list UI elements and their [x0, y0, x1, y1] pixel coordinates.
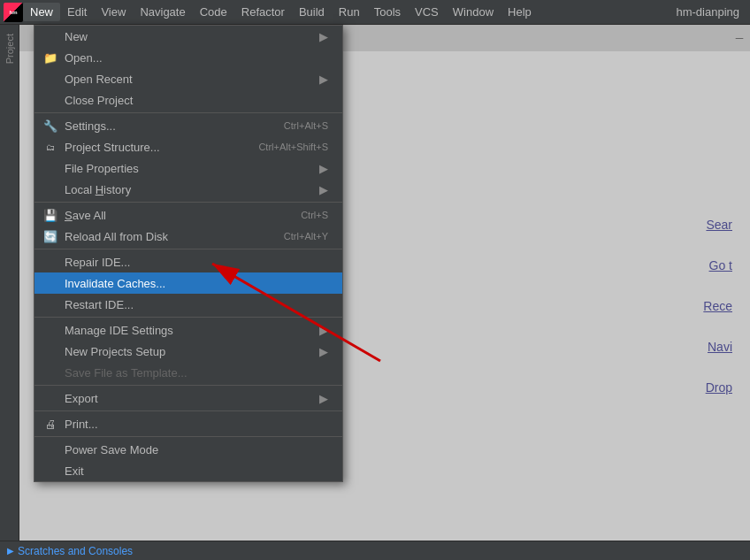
manage-ide-icon — [42, 323, 59, 337]
menubar: hm New Edit View Navigate Code Refactor … — [0, 0, 750, 25]
menu-item-exit[interactable]: Exit — [34, 460, 342, 481]
separator-3 — [34, 249, 342, 249]
menu-label-invalidate-caches: Invalidate Caches... — [65, 277, 328, 290]
menu-label-exit: Exit — [65, 464, 328, 478]
print-icon: 🖨 — [42, 417, 59, 431]
menubar-tools[interactable]: Tools — [367, 3, 408, 21]
menubar-refactor[interactable]: Refactor — [234, 3, 292, 21]
invalidate-icon — [42, 276, 59, 290]
menubar-help[interactable]: Help — [501, 3, 539, 21]
menu-label-open-recent: Open Recent — [65, 73, 319, 86]
menubar-view[interactable]: View — [94, 3, 133, 21]
open-recent-icon — [42, 72, 59, 86]
close-project-icon — [42, 93, 59, 107]
menu-label-reload: Reload All from Disk — [65, 230, 266, 243]
shortcut-save: Ctrl+S — [301, 210, 328, 220]
ide-logo: hm — [4, 3, 23, 22]
menu-item-save-all[interactable]: 💾 Save All Ctrl+S — [34, 204, 342, 226]
shortcut-structure: Ctrl+Alt+Shift+S — [258, 142, 328, 152]
menu-item-project-structure[interactable]: 🗂 Project Structure... Ctrl+Alt+Shift+S — [34, 136, 342, 157]
dropdown-overlay: New ▶ 📁 Open... Open Recent ▶ Close Proj… — [0, 25, 750, 560]
separator-5 — [34, 385, 342, 386]
menu-item-manage-ide[interactable]: Manage IDE Settings ▶ — [34, 319, 342, 341]
menu-label-save-all: Save All — [65, 209, 283, 222]
save-icon: 💾 — [42, 208, 59, 222]
arrow-icon-fp: ▶ — [319, 162, 328, 175]
history-icon — [42, 182, 59, 196]
shortcut-settings: Ctrl+Alt+S — [284, 120, 328, 131]
file-dropdown-menu: New ▶ 📁 Open... Open Recent ▶ Close Proj… — [34, 25, 343, 482]
separator-2 — [34, 202, 342, 203]
new-projects-icon — [42, 344, 59, 358]
menubar-window[interactable]: Window — [446, 3, 501, 21]
arrow-icon-mis: ▶ — [319, 324, 328, 337]
menu-item-invalidate-caches[interactable]: Invalidate Caches... — [34, 272, 342, 294]
structure-icon: 🗂 — [42, 140, 59, 154]
shortcut-reload: Ctrl+Alt+Y — [284, 231, 328, 242]
new-icon — [42, 29, 59, 43]
menu-label-manage-ide: Manage IDE Settings — [65, 324, 319, 337]
separator-7 — [34, 436, 342, 437]
menu-item-print[interactable]: 🖨 Print... — [34, 413, 342, 434]
menu-label-file-properties: File Properties — [65, 162, 319, 175]
menu-item-export[interactable]: Export ▶ — [34, 387, 342, 409]
menu-label-local-history: Local History — [65, 183, 319, 196]
export-icon — [42, 391, 59, 405]
separator-1 — [34, 112, 342, 113]
logo-icon: hm — [4, 3, 23, 22]
main-area: Project New ▶ 📁 Open... Open Recent ▶ — [0, 25, 750, 560]
menu-item-close-project[interactable]: Close Project — [34, 89, 342, 111]
menu-label-new: New — [65, 30, 319, 43]
menu-item-open[interactable]: 📁 Open... — [34, 47, 342, 68]
scratches-bar: ▶ Scratches and Consoles — [0, 541, 750, 560]
menubar-vcs[interactable]: VCS — [408, 3, 446, 21]
save-template-icon — [42, 365, 59, 380]
menu-item-restart-ide[interactable]: Restart IDE... — [34, 294, 342, 315]
menubar-file[interactable]: New — [23, 3, 60, 21]
menu-label-export: Export — [65, 392, 319, 405]
menu-label-open: Open... — [65, 51, 328, 65]
arrow-icon: ▶ — [319, 30, 328, 43]
menubar-code[interactable]: Code — [193, 3, 234, 21]
menu-item-repair-ide[interactable]: Repair IDE... — [34, 251, 342, 272]
menu-item-local-history[interactable]: Local History ▶ — [34, 179, 342, 200]
menu-label-restart-ide: Restart IDE... — [65, 298, 328, 311]
menu-label-settings: Settings... — [65, 119, 266, 133]
menu-item-power-save[interactable]: Power Save Mode — [34, 439, 342, 460]
menu-label-repair-ide: Repair IDE... — [65, 256, 328, 269]
scratches-label[interactable]: Scratches and Consoles — [18, 545, 133, 557]
arrow-icon-lh: ▶ — [319, 183, 328, 196]
menu-item-reload[interactable]: 🔄 Reload All from Disk Ctrl+Alt+Y — [34, 226, 342, 247]
menubar-navigate[interactable]: Navigate — [133, 3, 192, 21]
separator-6 — [34, 410, 342, 411]
menu-item-open-recent[interactable]: Open Recent ▶ — [34, 68, 342, 89]
menu-label-print: Print... — [65, 418, 328, 431]
menu-item-save-file-template: Save File as Template... — [34, 362, 342, 383]
arrow-icon-exp: ▶ — [319, 392, 328, 405]
menu-label-power-save: Power Save Mode — [65, 443, 328, 456]
menu-label-new-projects: New Projects Setup — [65, 345, 319, 358]
restart-icon — [42, 297, 59, 311]
menu-item-new-projects-setup[interactable]: New Projects Setup ▶ — [34, 341, 342, 362]
separator-4 — [34, 317, 342, 318]
power-save-icon — [42, 442, 59, 456]
menu-item-new[interactable]: New ▶ — [34, 26, 342, 47]
menu-item-settings[interactable]: 🔧 Settings... Ctrl+Alt+S — [34, 115, 342, 136]
scratches-icon: ▶ — [7, 546, 14, 556]
folder-icon: 📁 — [42, 50, 59, 65]
menu-label-close-project: Close Project — [65, 94, 328, 107]
menubar-run[interactable]: Run — [332, 3, 367, 21]
menu-item-file-properties[interactable]: File Properties ▶ — [34, 157, 342, 179]
arrow-icon-nps: ▶ — [319, 345, 328, 358]
wrench-icon: 🔧 — [42, 119, 59, 133]
menubar-build[interactable]: Build — [292, 3, 332, 21]
exit-icon — [42, 464, 59, 478]
menu-label-save-template: Save File as Template... — [65, 366, 328, 380]
menubar-edit[interactable]: Edit — [60, 3, 94, 21]
project-name: hm-dianping — [669, 5, 746, 19]
file-props-icon — [42, 161, 59, 175]
reload-icon: 🔄 — [42, 229, 59, 243]
arrow-icon-recent: ▶ — [319, 73, 328, 86]
repair-icon — [42, 255, 59, 269]
menu-label-project-structure: Project Structure... — [65, 141, 241, 154]
